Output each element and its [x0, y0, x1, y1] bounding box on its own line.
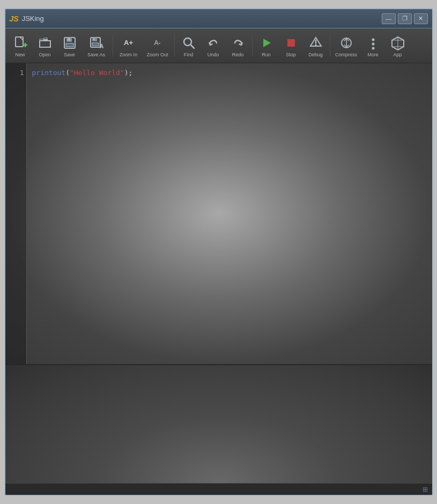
open-label: Open [39, 52, 50, 57]
run-icon [258, 34, 275, 51]
saveas-icon: A [88, 34, 105, 51]
svg-rect-14 [93, 43, 98, 45]
close-button[interactable]: ✕ [414, 13, 428, 24]
sep-2 [174, 35, 175, 56]
code-editor[interactable]: printout("Hello World"); [27, 63, 432, 364]
app-label: App [393, 52, 402, 57]
output-area[interactable] [5, 365, 432, 483]
code-line-1: printout("Hello World"); [32, 68, 427, 78]
svg-rect-20 [287, 39, 295, 47]
toolbar-more[interactable]: More [361, 30, 385, 61]
svg-rect-8 [66, 44, 73, 46]
toolbar-undo[interactable]: Undo [202, 30, 225, 61]
minimize-button[interactable]: — [382, 13, 396, 24]
svg-rect-0 [16, 37, 23, 47]
stop-icon [283, 34, 300, 51]
toolbar-stop[interactable]: Stop [279, 30, 303, 61]
svg-rect-12 [92, 38, 97, 41]
toolbar-run[interactable]: Run [255, 30, 278, 61]
app-title: JSKing [22, 14, 382, 23]
redo-icon [229, 34, 247, 51]
compress-label: Compress [335, 52, 357, 57]
status-bar: ⊞ [5, 483, 432, 495]
svg-point-26 [372, 38, 374, 41]
toolbar-app[interactable]: App [386, 30, 410, 61]
sep-1 [113, 35, 113, 56]
svg-marker-19 [263, 39, 271, 47]
new-icon [12, 34, 29, 51]
code-function: printout [32, 69, 66, 77]
run-label: Run [262, 52, 271, 57]
app-logo: JS [10, 14, 19, 23]
main-window: JS JSKing — ❐ ✕ New [4, 8, 433, 496]
toolbar-save[interactable]: Save [58, 30, 82, 61]
window-controls: — ❐ ✕ [382, 13, 428, 24]
new-label: New [15, 52, 25, 57]
line-numbers: 1 [5, 63, 27, 364]
resize-icon: ⊞ [423, 486, 428, 493]
code-string: "Hello World" [70, 69, 124, 77]
toolbar-redo[interactable]: Redo [226, 30, 250, 61]
open-icon [36, 34, 54, 51]
main-area: 1 printout("Hello World"); ⊞ [5, 63, 432, 495]
sep-4 [330, 35, 330, 56]
zoomin-icon [120, 34, 137, 51]
line-number-1: 1 [8, 68, 24, 78]
undo-label: Undo [208, 52, 219, 57]
debug-icon [307, 34, 324, 51]
maximize-button[interactable]: ❐ [398, 13, 412, 24]
toolbar-zoomout[interactable]: Zoom Out [143, 30, 172, 61]
toolbar-new[interactable]: New [9, 30, 32, 61]
find-icon [180, 34, 197, 51]
app-icon [389, 34, 406, 51]
svg-point-28 [372, 47, 374, 49]
svg-text:A: A [100, 43, 103, 49]
undo-icon [205, 34, 222, 51]
toolbar-find[interactable]: Find [177, 30, 201, 61]
toolbar-debug[interactable]: Debug [304, 30, 328, 61]
toolbar-zoomin[interactable]: Zoom In [115, 30, 142, 61]
svg-rect-6 [66, 38, 72, 42]
toolbar-compress[interactable]: Compress [332, 30, 360, 61]
saveas-label: Save As [87, 52, 105, 57]
svg-point-27 [372, 42, 374, 45]
toolbar-saveas[interactable]: A Save As [83, 30, 110, 61]
zoomout-icon [149, 34, 166, 51]
save-label: Save [64, 52, 75, 57]
svg-point-23 [315, 44, 316, 46]
stop-label: Stop [286, 52, 296, 57]
find-label: Find [184, 52, 194, 57]
sep-3 [252, 35, 253, 56]
more-label: More [367, 52, 379, 57]
compress-icon [338, 34, 355, 51]
toolbar: New Open [5, 28, 432, 63]
redo-label: Redo [232, 52, 244, 57]
toolbar-open[interactable]: Open [33, 30, 57, 61]
zoomout-label: Zoom Out [146, 52, 168, 57]
svg-line-18 [190, 45, 194, 48]
more-icon [365, 34, 382, 51]
editor-area[interactable]: 1 printout("Hello World"); [5, 63, 432, 365]
title-bar: JS JSKing — ❐ ✕ [5, 9, 432, 28]
zoomin-label: Zoom In [120, 52, 137, 57]
debug-label: Debug [308, 52, 323, 57]
save-icon [61, 34, 78, 51]
